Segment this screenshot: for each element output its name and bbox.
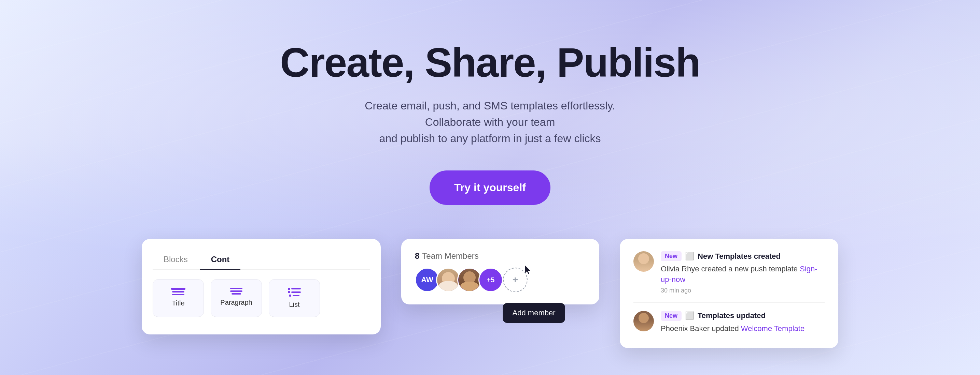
- template-icon-1: ⬜: [685, 252, 694, 261]
- notif-title-2: Templates updated: [698, 311, 765, 320]
- cards-row: Blocks Cont Title: [0, 239, 980, 348]
- tab-blocks[interactable]: Blocks: [153, 250, 199, 269]
- notif-header-1: New ⬜ New Templates created: [661, 251, 825, 261]
- notification-item-1: New ⬜ New Templates created Olivia Rhye …: [633, 251, 825, 294]
- team-header: 8 Team Members: [415, 251, 585, 261]
- notif-badge-1: New: [661, 251, 682, 261]
- list-icon: [288, 288, 301, 297]
- add-member-tooltip: Add member: [503, 303, 565, 323]
- notif-link-2[interactable]: Welcome Template: [741, 324, 805, 333]
- notif-text-1: Olivia Rhye created a new push template …: [661, 264, 825, 285]
- hero-subtitle: Create email, push, and SMS templates ef…: [336, 98, 644, 147]
- tab-content[interactable]: Cont: [200, 250, 241, 270]
- notif-header-2: New ⬜ Templates updated: [661, 311, 825, 321]
- notif-divider: [633, 302, 825, 303]
- title-icon: [171, 288, 185, 295]
- page-container: Create, Share, Publish Create email, pus…: [0, 0, 980, 375]
- notification-item-2: New ⬜ Templates updated Phoenix Baker up…: [633, 311, 825, 336]
- add-avatar-wrapper: + Add member: [503, 267, 528, 292]
- team-avatars-group: AW +5 +: [415, 267, 585, 292]
- notif-content-2: New ⬜ Templates updated Phoenix Baker up…: [661, 311, 825, 336]
- notif-badge-2: New: [661, 311, 682, 321]
- block-items-list: Title Paragraph: [153, 279, 370, 317]
- notif-time-1: 30 min ago: [661, 287, 825, 294]
- team-label: Team Members: [422, 251, 478, 261]
- notif-avatar-1: [633, 251, 654, 272]
- add-member-avatar[interactable]: +: [503, 267, 528, 292]
- block-label-list: List: [289, 301, 299, 309]
- notif-content-1: New ⬜ New Templates created Olivia Rhye …: [661, 251, 825, 294]
- notifications-card: New ⬜ New Templates created Olivia Rhye …: [620, 239, 838, 348]
- paragraph-icon: [230, 288, 242, 294]
- team-card: 8 Team Members AW: [401, 239, 599, 304]
- block-item-paragraph[interactable]: Paragraph: [211, 279, 262, 317]
- block-label-paragraph: Paragraph: [220, 299, 252, 307]
- notif-text-2: Phoenix Baker updated Welcome Template: [661, 324, 825, 334]
- block-item-list[interactable]: List: [269, 279, 320, 317]
- cta-button[interactable]: Try it yourself: [430, 171, 550, 205]
- block-item-title[interactable]: Title: [153, 279, 204, 317]
- editor-tabs: Blocks Cont: [153, 250, 370, 270]
- block-label-title: Title: [172, 299, 185, 307]
- avatar-plus5: +5: [478, 267, 503, 292]
- template-icon-2: ⬜: [685, 311, 694, 320]
- team-count: 8: [415, 251, 419, 261]
- notif-avatar-2: [633, 311, 654, 331]
- notif-title-1: New Templates created: [698, 252, 781, 261]
- page-title: Create, Share, Publish: [280, 41, 700, 84]
- editor-card: Blocks Cont Title: [142, 239, 381, 334]
- hero-section: Create, Share, Publish Create email, pus…: [280, 0, 700, 239]
